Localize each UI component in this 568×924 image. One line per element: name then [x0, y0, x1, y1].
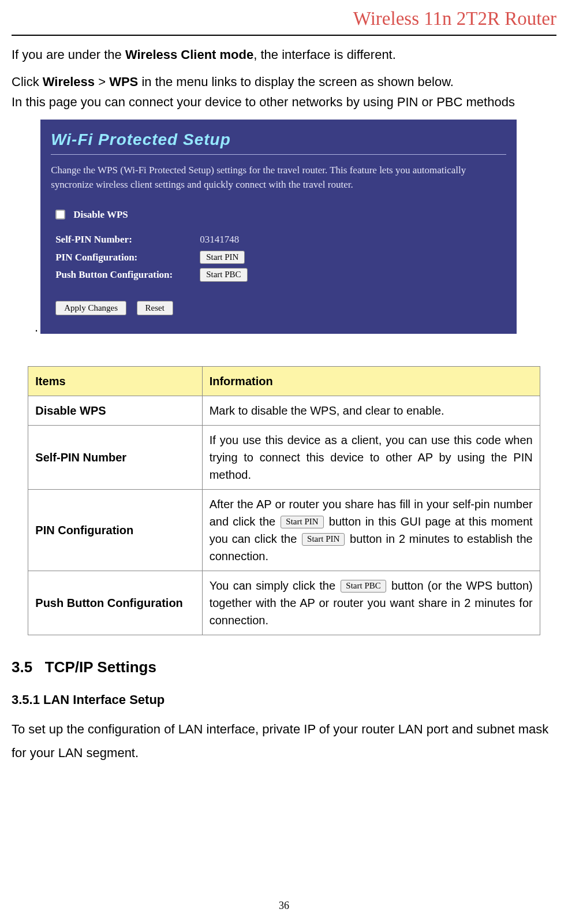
start-pin-button[interactable]: Start PIN — [200, 251, 245, 264]
intro-paragraph-3: In this page you can connect your device… — [12, 92, 556, 111]
table-head-items: Items — [28, 366, 202, 396]
text: If you are under the — [12, 47, 125, 62]
section-title: TCP/IP Settings — [45, 658, 156, 676]
table-info: Mark to disable the WPS, and clear to en… — [202, 396, 540, 425]
inline-start-pin-button: Start PIN — [302, 533, 345, 546]
bold-text: Wireless — [43, 74, 95, 89]
header-rule — [12, 35, 556, 36]
page-number: 36 — [0, 898, 568, 914]
text: in the menu links to display the screen … — [138, 74, 454, 89]
inline-start-pin-button: Start PIN — [281, 516, 323, 528]
info-table: Items Information Disable WPS Mark to di… — [28, 366, 540, 635]
table-head-info: Information — [202, 366, 540, 396]
disable-wps-label: Disable WPS — [73, 207, 128, 222]
bold-text: WPS — [109, 74, 138, 89]
table-item: PIN Configuration — [28, 489, 202, 571]
table-row: Self-PIN Number If you use this device a… — [28, 425, 540, 489]
disable-wps-checkbox[interactable] — [55, 210, 65, 219]
apply-changes-button[interactable]: Apply Changes — [55, 301, 126, 316]
screenshot-action-row: Apply Changes Reset — [55, 297, 506, 316]
subsection-body: To set up the configuration of LAN inter… — [12, 717, 556, 766]
pin-configuration-label: PIN Configuration: — [55, 250, 200, 265]
section-heading-3-5: 3.5 TCP/IP Settings — [12, 656, 556, 679]
table-row: PIN Configuration After the AP or router… — [28, 489, 540, 571]
intro-paragraph-2: Click Wireless > WPS in the menu links t… — [12, 72, 556, 91]
table-info: If you use this device as a client, you … — [202, 425, 540, 489]
leading-period: . — [35, 321, 38, 334]
table-item: Self-PIN Number — [28, 425, 202, 489]
subsection-heading-3-5-1: 3.5.1 LAN Interface Setup — [12, 690, 556, 709]
screenshot-title: Wi-Fi Protected Setup — [51, 128, 506, 152]
table-item: Disable WPS — [28, 396, 202, 425]
page-header-title: Wireless 11n 2T2R Router — [12, 0, 556, 33]
text: You can simply click the — [210, 579, 340, 592]
self-pin-label: Self-PIN Number: — [55, 232, 200, 247]
screenshot-container: . Wi-Fi Protected Setup Change the WPS (… — [35, 120, 556, 334]
screenshot-underline — [51, 154, 506, 155]
reset-button[interactable]: Reset — [137, 301, 173, 316]
push-button-label: Push Button Configuration: — [55, 267, 200, 282]
text: Click — [12, 74, 43, 89]
section-number: 3.5 — [12, 658, 32, 676]
table-info: After the AP or router you share has fil… — [202, 489, 540, 571]
start-pbc-button[interactable]: Start PBC — [200, 268, 247, 282]
text: , the interface is different. — [253, 47, 396, 62]
bold-text: Wireless Client mode — [125, 47, 253, 62]
intro-paragraph-1: If you are under the Wireless Client mod… — [12, 45, 556, 64]
table-row: Disable WPS Mark to disable the WPS, and… — [28, 396, 540, 425]
table-row: Push Button Configuration You can simply… — [28, 571, 540, 635]
self-pin-value: 03141748 — [200, 232, 239, 247]
text: > — [95, 74, 109, 89]
table-info: You can simply click the Start PBC butto… — [202, 571, 540, 635]
screenshot-description: Change the WPS (Wi-Fi Protected Setup) s… — [51, 163, 506, 192]
inline-start-pbc-button: Start PBC — [341, 580, 386, 593]
table-item: Push Button Configuration — [28, 571, 202, 635]
wps-screenshot: Wi-Fi Protected Setup Change the WPS (Wi… — [40, 120, 517, 334]
